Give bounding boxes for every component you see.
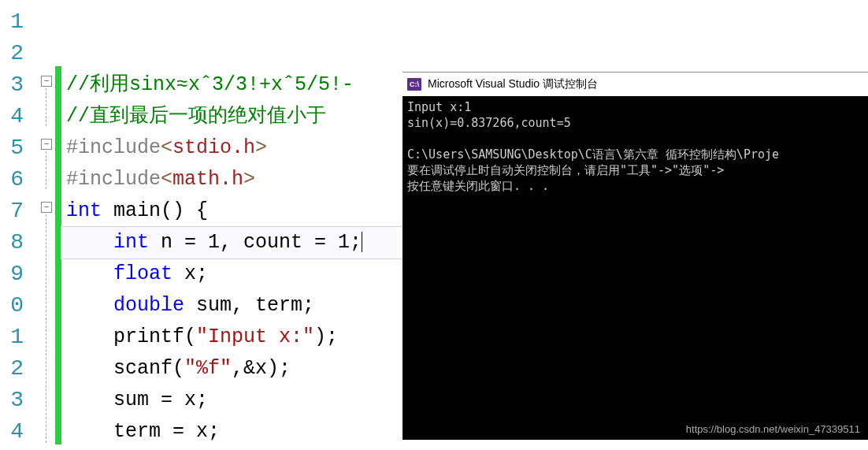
console-output[interactable]: Input x:1 sin(x)=0.837266,count=5 C:\Use… [402,96,868,440]
console-icon: C:\ [407,78,421,91]
debug-console-window[interactable]: C:\ Microsoft Visual Studio 调试控制台 Input … [402,72,868,440]
string-literal: "%f" [184,357,232,380]
comment-text: //直到最后一项的绝对值小于 [66,105,326,128]
string-literal: "Input x:" [196,325,314,348]
fold-toggle[interactable]: − [41,76,52,87]
line-number: 4 [0,101,24,132]
code-line[interactable] [61,38,868,69]
line-number: 9 [0,258,24,290]
console-line: 要在调试停止时自动关闭控制台，请启用"工具"->"选项"-> [407,163,724,177]
fold-gutter: − − − [30,0,61,450]
text-cursor [362,232,362,252]
keyword: int [113,231,149,254]
line-number: 2 [0,353,24,385]
line-number: 3 [0,385,24,416]
code-text: term = x; [113,420,220,443]
fold-guide [46,214,46,443]
line-number: 5 [0,132,24,164]
line-number: 4 [0,416,24,448]
code-text: ,&x); [232,357,291,380]
code-text: n = 1, count = 1; [149,231,362,254]
angle-bracket: > [255,136,267,159]
line-number: 3 [0,69,24,101]
line-number-gutter: 1 2 3 4 5 6 7 8 9 0 1 2 3 4 [0,0,30,450]
console-line: 按任意键关闭此窗口. . . [407,179,549,193]
fold-toggle[interactable]: − [41,202,52,213]
watermark-text: https://blog.csdn.net/weixin_47339511 [686,423,860,435]
fold-toggle[interactable]: − [41,139,52,150]
change-marker [55,66,61,444]
line-number: 2 [0,38,24,69]
angle-bracket: < [161,168,172,191]
keyword: double [113,294,184,317]
code-text: scanf( [113,357,184,380]
include-directive: #include [66,168,161,191]
code-text: sum, term; [184,294,314,317]
fold-guide [46,151,46,189]
console-line: C:\Users\SAMSUNG\Desktop\C语言\第六章 循环控制结构\… [407,147,779,162]
keyword: int [66,199,102,222]
code-text: printf( [113,325,196,348]
console-titlebar[interactable]: C:\ Microsoft Visual Studio 调试控制台 [402,73,868,96]
angle-bracket: < [161,136,172,159]
code-text: x; [172,262,208,285]
line-number: 7 [0,195,24,227]
console-line: sin(x)=0.837266,count=5 [407,116,571,130]
comment-text: //利用sinx≈xˆ3/3!+xˆ5/5!- [66,73,354,96]
header-name: stdio.h [172,136,255,159]
include-directive: #include [66,136,161,159]
angle-bracket: > [243,168,255,191]
line-number: 1 [0,322,24,353]
line-number: 6 [0,164,24,195]
line-number: 0 [0,290,24,322]
code-line[interactable] [61,6,868,38]
code-text: main() { [102,199,208,222]
code-text: ); [314,325,338,348]
line-number: 8 [0,227,24,258]
line-number: 1 [0,6,24,38]
keyword: float [113,262,172,285]
header-name: math.h [172,168,243,191]
code-text: sum = x; [113,389,208,411]
console-title: Microsoft Visual Studio 调试控制台 [428,77,598,91]
fold-guide [46,88,46,126]
console-line: Input x:1 [407,100,471,114]
